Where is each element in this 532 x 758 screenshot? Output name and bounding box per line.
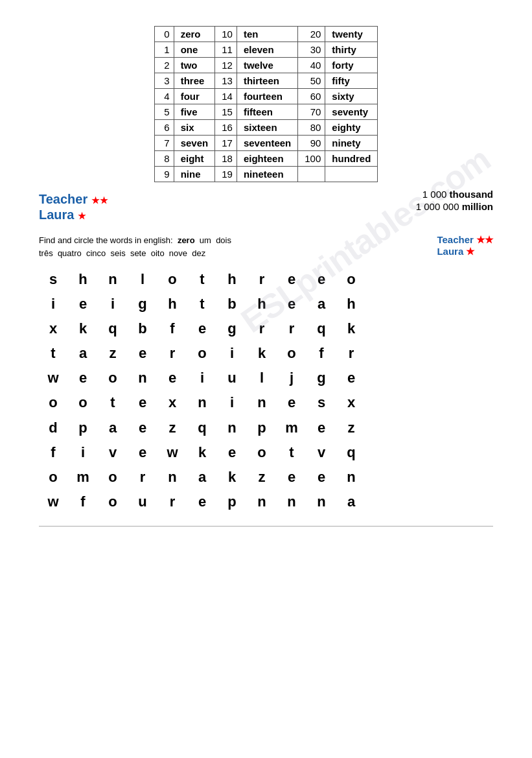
word-search-cell: u <box>224 367 242 389</box>
number-cell: 8 <box>154 151 174 167</box>
find-instruction: Find and circle the words in english: ze… <box>39 234 493 259</box>
word-search-cell: z <box>254 466 272 488</box>
word-search-cell: e <box>135 442 153 464</box>
number-cell: 4 <box>154 89 174 104</box>
table-container: 0zero10ten20twenty1one11eleven30thirty2t… <box>39 26 493 189</box>
teacher-logo-small: Teacher ★★ Laura ★ <box>437 234 493 257</box>
word-search-cell: w <box>45 491 64 513</box>
word-search-cell: o <box>194 342 213 364</box>
word-search-cell: k <box>343 318 362 340</box>
word-search-cell: r <box>343 342 362 364</box>
word-search-cell: a <box>343 491 362 513</box>
word-search-cell: f <box>165 318 183 340</box>
word-search-cell: o <box>254 442 272 464</box>
number-cell: 1 <box>154 42 174 58</box>
word-cell: sixteen <box>237 120 297 136</box>
word-cell: four <box>174 89 215 104</box>
logo-star2: ★ <box>78 211 86 221</box>
word-search-cell: f <box>75 491 93 513</box>
word-search-cell: e <box>194 318 213 340</box>
word-search-cell: t <box>45 342 64 364</box>
word-search-cell: n <box>194 392 213 414</box>
numbers-table: 0zero10ten20twenty1one11eleven30thirty2t… <box>154 26 378 182</box>
word-search-cell: r <box>254 268 272 290</box>
word-search-cell: i <box>194 367 213 389</box>
number-cell: 18 <box>215 151 237 167</box>
word-search-cell: z <box>343 417 362 439</box>
word-search-cell: f <box>45 442 64 464</box>
word-cell <box>325 167 378 182</box>
word-search-cell: m <box>75 466 93 488</box>
word-search-cell: g <box>135 293 153 315</box>
word-search-cell: n <box>343 466 362 488</box>
number-cell: 0 <box>154 27 174 42</box>
number-cell: 7 <box>154 136 174 151</box>
word-search-cell: b <box>135 318 153 340</box>
word-cell: five <box>174 104 215 120</box>
word-search-cell: e <box>314 268 332 290</box>
word-cell: fifteen <box>237 104 297 120</box>
word-search-cell: s <box>45 268 64 290</box>
word-search-cell: o <box>105 367 123 389</box>
word-search-row: weoneiuljge <box>45 367 493 389</box>
word-cell: nine <box>174 167 215 182</box>
word-search-cell: k <box>194 442 213 464</box>
word-cell: thirty <box>325 42 378 58</box>
word-search-cell: q <box>343 442 362 464</box>
word-search-cell: x <box>343 392 362 414</box>
word-cell: three <box>174 73 215 89</box>
word-search-cell: i <box>224 342 242 364</box>
word-search-cell: p <box>254 417 272 439</box>
word-search-cell: e <box>75 293 93 315</box>
word-search-cell: w <box>165 442 183 464</box>
word-search-cell: i <box>224 392 242 414</box>
word-cell: zero <box>174 27 215 42</box>
word-search-cell: e <box>135 342 153 364</box>
word-cell: eighteen <box>237 151 297 167</box>
word-search-cell: u <box>135 491 153 513</box>
word-search-row: ieightbheah <box>45 293 493 315</box>
word-search-cell: x <box>45 318 64 340</box>
word-search-cell: x <box>165 392 183 414</box>
word-search-row: omornakzeen <box>45 466 493 488</box>
word-search-row: dpaezqnpmez <box>45 417 493 439</box>
word-search-cell: e <box>284 392 302 414</box>
thousand-num: 1 000 <box>422 189 450 200</box>
word-cell: twelve <box>237 58 297 73</box>
large-numbers-block: 1 000 thousand 1 000 000 million <box>121 189 493 213</box>
word-search-cell: n <box>284 491 302 513</box>
word-search-cell: w <box>45 367 64 389</box>
word-search-cell: z <box>165 417 183 439</box>
word-search-cell: i <box>45 293 64 315</box>
word-search-cell: i <box>105 293 123 315</box>
million-row: 1 000 000 million <box>121 201 493 212</box>
number-cell: 16 <box>215 120 237 136</box>
word-search-row: wfourepnnna <box>45 491 493 513</box>
word-search-row: shnlothreeo <box>45 268 493 290</box>
word-search-cell: e <box>135 392 153 414</box>
word-search-cell: p <box>224 491 242 513</box>
word-search-cell: r <box>165 491 183 513</box>
word-search-cell: v <box>105 442 123 464</box>
word-search-cell: k <box>75 318 93 340</box>
thousand-word: thousand <box>450 189 494 200</box>
table-row: 6six16sixteen80eighty <box>154 120 378 136</box>
number-cell: 12 <box>215 58 237 73</box>
table-row: 7seven17seventeen90ninety <box>154 136 378 151</box>
word-search-cell: e <box>314 466 332 488</box>
word-cell: twenty <box>325 27 378 42</box>
number-cell: 3 <box>154 73 174 89</box>
word-search-cell: m <box>284 417 302 439</box>
word-search-row: ootexninesx <box>45 392 493 414</box>
word-search-cell: z <box>105 342 123 364</box>
word-search-cell: e <box>284 293 302 315</box>
teacher-logo: Teacher ★★ Laura ★ <box>39 191 108 222</box>
word-search-cell: k <box>254 342 272 364</box>
word-search-cell: e <box>194 491 213 513</box>
word-search-cell: n <box>254 392 272 414</box>
number-cell: 9 <box>154 167 174 182</box>
word-search-cell: a <box>314 293 332 315</box>
page: ESLprintables.com 0zero10ten20twenty1one… <box>0 0 532 758</box>
word-cell: one <box>174 42 215 58</box>
word-search-cell: r <box>165 342 183 364</box>
